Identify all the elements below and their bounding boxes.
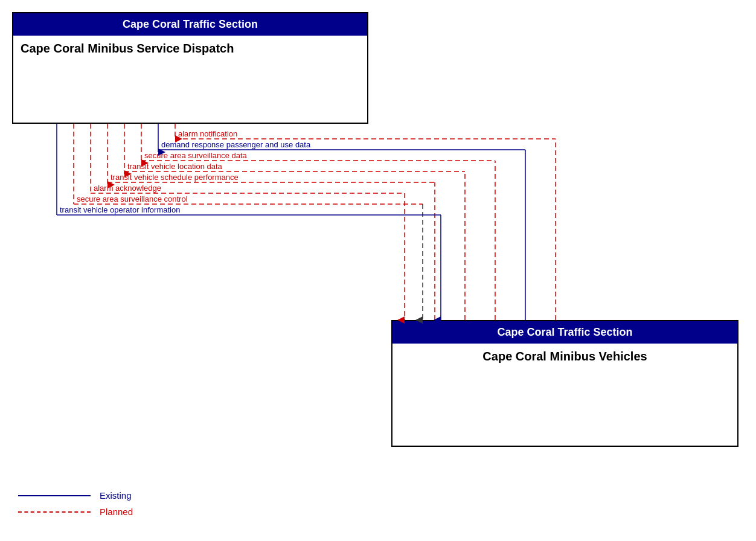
left-box-header: Cape Coral Traffic Section xyxy=(13,13,367,36)
svg-text:transit vehicle operator infor: transit vehicle operator information xyxy=(60,205,180,214)
svg-text:secure area surveillance contr: secure area surveillance control xyxy=(77,194,188,203)
svg-text:alarm notification: alarm notification xyxy=(178,129,237,138)
right-box: Cape Coral Traffic Section Cape Coral Mi… xyxy=(391,320,738,447)
legend-planned: Planned xyxy=(18,507,133,517)
svg-text:transit vehicle location data: transit vehicle location data xyxy=(127,162,223,171)
legend-planned-line xyxy=(18,511,91,513)
right-box-title: Cape Coral Minibus Vehicles xyxy=(392,344,737,370)
legend-existing-line xyxy=(18,495,91,496)
svg-text:alarm acknowledge: alarm acknowledge xyxy=(94,184,161,193)
legend-planned-label: Planned xyxy=(100,507,133,517)
svg-text:secure area surveillance data: secure area surveillance data xyxy=(144,151,248,160)
diagram-container: Cape Coral Traffic Section Cape Coral Mi… xyxy=(0,0,756,541)
svg-text:transit vehicle schedule perfo: transit vehicle schedule performance xyxy=(111,173,239,182)
legend-existing: Existing xyxy=(18,490,133,501)
left-box: Cape Coral Traffic Section Cape Coral Mi… xyxy=(12,12,368,124)
right-box-header: Cape Coral Traffic Section xyxy=(392,321,737,344)
left-box-title: Cape Coral Minibus Service Dispatch xyxy=(13,36,367,62)
legend-existing-label: Existing xyxy=(100,490,132,501)
svg-text:demand response passenger and : demand response passenger and use data xyxy=(161,140,311,149)
legend: Existing Planned xyxy=(18,490,133,523)
